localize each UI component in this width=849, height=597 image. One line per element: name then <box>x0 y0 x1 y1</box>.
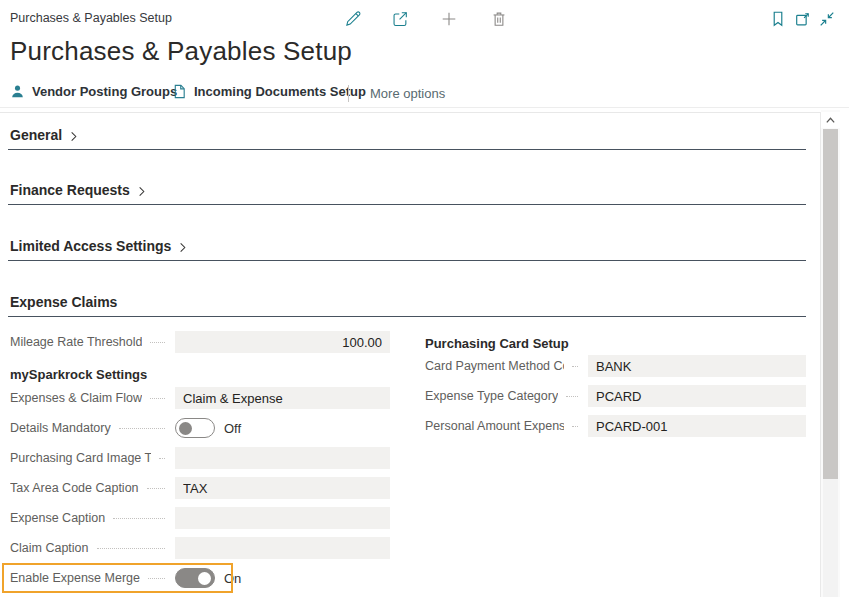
section-finance-requests-header[interactable]: Finance Requests <box>10 182 806 198</box>
section-expense-claims-header[interactable]: Expense Claims <box>10 294 806 310</box>
field-row-expense-type-category: Expense Type Category <box>425 385 806 407</box>
toggle-knob <box>179 422 192 435</box>
field-label: Enable Expense Merge <box>10 571 140 585</box>
chevron-right-icon <box>68 131 79 142</box>
personal-amount-expense-input[interactable] <box>588 415 806 437</box>
section-general: General <box>8 127 806 150</box>
more-options-button[interactable]: More options <box>370 86 445 101</box>
section-limited-access-settings: Limited Access Settings <box>8 238 806 261</box>
dotted-leader <box>97 548 165 549</box>
section-label: General <box>10 127 62 143</box>
purchasing-card-image-to-input[interactable] <box>175 447 390 469</box>
dotted-leader <box>147 488 165 489</box>
dotted-leader <box>148 578 165 579</box>
open-in-new-window-icon[interactable] <box>793 9 813 29</box>
field-label: Expense Type Category <box>425 389 558 403</box>
field-label: Personal Amount Expense ... <box>425 419 564 433</box>
field-row-tax-area-code-caption: Tax Area Code Caption <box>10 477 390 499</box>
toggle-knob <box>198 572 211 585</box>
field-row-personal-amount-expense: Personal Amount Expense ... <box>425 415 806 437</box>
page-title: Purchases & Payables Setup <box>10 36 352 67</box>
action-bar-divider <box>348 85 349 102</box>
field-label: Expenses & Claim Flow <box>10 391 142 405</box>
edit-icon[interactable] <box>343 9 363 29</box>
dotted-leader <box>159 458 165 459</box>
group-header-mysparkrock-settings: mySparkrock Settings <box>10 363 390 385</box>
content-top-border <box>0 112 820 113</box>
delete-icon[interactable] <box>489 9 509 29</box>
share-icon[interactable] <box>390 9 410 29</box>
dotted-leader <box>113 518 165 519</box>
dotted-leader <box>150 342 165 343</box>
field-label: Claim Caption <box>10 541 89 555</box>
section-label: Expense Claims <box>10 294 117 310</box>
toggle-state-label: On <box>224 571 241 586</box>
field-label: Purchasing Card Image To... <box>10 451 151 465</box>
expense-caption-input[interactable] <box>175 507 390 529</box>
field-label: Card Payment Method Code <box>425 359 564 373</box>
claim-caption-input[interactable] <box>175 537 390 559</box>
field-row-expense-caption: Expense Caption <box>10 507 390 529</box>
card-payment-method-code-input[interactable] <box>588 355 806 377</box>
toggle-state-label: Off <box>224 421 241 436</box>
details-mandatory-toggle[interactable] <box>175 418 215 438</box>
expense-type-category-input[interactable] <box>588 385 806 407</box>
field-row-claim-caption: Claim Caption <box>10 537 390 559</box>
scrollbar-track[interactable] <box>823 479 838 597</box>
bookmark-icon[interactable] <box>768 9 788 29</box>
section-finance-requests: Finance Requests <box>8 182 806 205</box>
scrollbar-thumb[interactable] <box>823 129 838 479</box>
action-label: Vendor Posting Groups <box>32 84 177 99</box>
new-icon[interactable] <box>439 9 459 29</box>
dotted-leader <box>150 398 165 399</box>
field-label: Details Mandatory <box>10 421 111 435</box>
section-label: Finance Requests <box>10 182 130 198</box>
purchases-payables-setup-window: Purchases & Payables Setup Purchases & P… <box>0 0 849 597</box>
group-header-purchasing-card-setup: Purchasing Card Setup <box>425 332 806 354</box>
mileage-rate-threshold-input[interactable] <box>175 331 390 353</box>
document-icon <box>172 84 187 99</box>
dotted-leader <box>572 426 578 427</box>
section-label: Limited Access Settings <box>10 238 171 254</box>
dotted-leader <box>572 366 578 367</box>
section-limited-access-settings-header[interactable]: Limited Access Settings <box>10 238 806 254</box>
chevron-right-icon <box>177 242 188 253</box>
field-row-details-mandatory: Details Mandatory Off <box>10 417 390 439</box>
enable-expense-merge-toggle[interactable] <box>175 568 215 588</box>
vendor-posting-groups-action[interactable]: Vendor Posting Groups <box>10 84 177 99</box>
expenses-claim-flow-input[interactable] <box>175 387 390 409</box>
collapse-icon[interactable] <box>817 9 837 29</box>
field-label: Expense Caption <box>10 511 105 525</box>
field-row-expenses-claim-flow: Expenses & Claim Flow <box>10 387 390 409</box>
tax-area-code-caption-input[interactable] <box>175 477 390 499</box>
action-label: Incoming Documents Setup <box>194 84 366 99</box>
breadcrumb[interactable]: Purchases & Payables Setup <box>10 11 172 25</box>
person-icon <box>10 84 25 99</box>
field-label: Tax Area Code Caption <box>10 481 139 495</box>
chevron-right-icon <box>136 186 147 197</box>
dotted-leader <box>119 428 165 429</box>
vertical-scrollbar[interactable] <box>821 110 840 597</box>
section-general-header[interactable]: General <box>10 127 806 143</box>
scroll-up-arrow-icon[interactable] <box>821 112 840 128</box>
field-row-purchasing-card-image-to: Purchasing Card Image To... <box>10 447 390 469</box>
dotted-leader <box>566 396 578 397</box>
field-row-mileage-rate-threshold: Mileage Rate Threshold <box>10 331 390 353</box>
field-row-card-payment-method-code: Card Payment Method Code <box>425 355 806 377</box>
action-bar: Vendor Posting Groups Incoming Documents… <box>0 82 849 108</box>
field-label: Mileage Rate Threshold <box>10 335 142 349</box>
field-row-enable-expense-merge: Enable Expense Merge On <box>10 567 390 589</box>
incoming-documents-setup-action[interactable]: Incoming Documents Setup <box>172 84 366 99</box>
section-expense-claims: Expense Claims <box>8 294 806 317</box>
